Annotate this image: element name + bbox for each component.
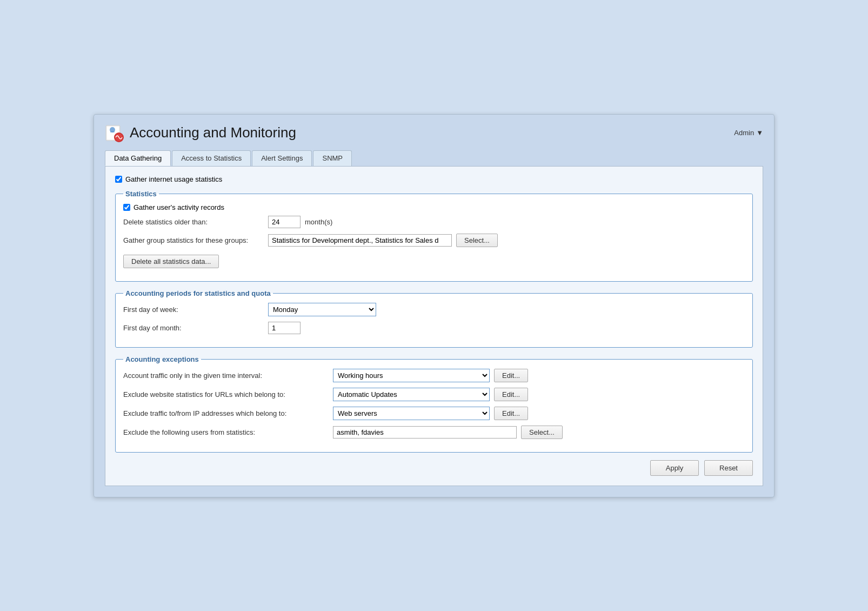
delete-stats-label: Delete statistics older than: bbox=[123, 218, 264, 226]
traffic-interval-select[interactable]: Working hours Always Never bbox=[333, 369, 490, 382]
delete-all-button[interactable]: Delete all statistics data... bbox=[123, 255, 219, 268]
reset-button[interactable]: Reset bbox=[704, 460, 753, 476]
gather-groups-row: Gather group statistics for these groups… bbox=[123, 234, 745, 247]
first-day-month-label: First day of month: bbox=[123, 324, 264, 332]
footer-row: Apply Reset bbox=[115, 460, 753, 476]
header-left: Accounting and Monitoring bbox=[105, 123, 296, 143]
accounting-exceptions-fieldset: Acounting exceptions Account traffic onl… bbox=[115, 355, 753, 453]
tab-alert-settings[interactable]: Alert Settings bbox=[252, 150, 312, 166]
exclude-ip-edit-button[interactable]: Edit... bbox=[494, 407, 528, 420]
delete-stats-unit: month(s) bbox=[305, 218, 332, 226]
tab-data-gathering[interactable]: Data Gathering bbox=[105, 150, 171, 166]
exclude-ip-row: Exclude traffic to/from IP addresses whi… bbox=[123, 407, 745, 420]
tabs-bar: Data Gathering Access to Statistics Aler… bbox=[105, 150, 763, 166]
exclude-urls-row: Exclude website statistics for URLs whic… bbox=[123, 388, 745, 401]
first-day-week-label: First day of week: bbox=[123, 306, 264, 314]
gather-groups-select-button[interactable]: Select... bbox=[456, 234, 498, 247]
statistics-fieldset: Statistics Gather user's activity record… bbox=[115, 190, 753, 282]
exclude-users-label: Exclude the following users from statist… bbox=[123, 428, 329, 436]
app-title: Accounting and Monitoring bbox=[130, 124, 296, 141]
exclude-urls-select[interactable]: Automatic Updates None bbox=[333, 388, 490, 401]
exclude-ip-label: Exclude traffic to/from IP addresses whi… bbox=[123, 409, 329, 417]
exclude-users-select-button[interactable]: Select... bbox=[521, 426, 563, 439]
exclude-ip-select[interactable]: Web servers None bbox=[333, 407, 490, 420]
header: Accounting and Monitoring Admin ▼ bbox=[105, 123, 763, 143]
gather-activity-label: Gather user's activity records bbox=[133, 203, 224, 211]
delete-stats-input[interactable] bbox=[268, 216, 301, 228]
traffic-interval-row: Account traffic only in the given time i… bbox=[123, 369, 745, 382]
dropdown-arrow-icon: ▼ bbox=[756, 129, 763, 137]
gather-groups-input[interactable] bbox=[268, 234, 452, 247]
first-day-month-input[interactable] bbox=[268, 322, 301, 334]
tab-snmp[interactable]: SNMP bbox=[313, 150, 352, 166]
main-content: Gather internet usage statistics Statist… bbox=[105, 166, 763, 486]
accounting-periods-fieldset: Accounting periods for statistics and qu… bbox=[115, 289, 753, 348]
tab-access-to-statistics[interactable]: Access to Statistics bbox=[172, 150, 251, 166]
app-icon bbox=[105, 123, 124, 143]
first-day-week-row: First day of week: Monday Tuesday Wednes… bbox=[123, 303, 745, 316]
accounting-periods-legend: Accounting periods for statistics and qu… bbox=[123, 289, 273, 297]
exclude-urls-edit-button[interactable]: Edit... bbox=[494, 388, 528, 401]
statistics-legend: Statistics bbox=[123, 190, 159, 198]
gather-internet-checkbox[interactable] bbox=[115, 176, 122, 183]
traffic-interval-label: Account traffic only in the given time i… bbox=[123, 371, 329, 380]
admin-dropdown[interactable]: Admin ▼ bbox=[734, 129, 763, 137]
apply-button[interactable]: Apply bbox=[650, 460, 699, 476]
gather-internet-label: Gather internet usage statistics bbox=[125, 175, 222, 183]
delete-all-row: Delete all statistics data... bbox=[123, 253, 745, 268]
accounting-exceptions-legend: Acounting exceptions bbox=[123, 355, 201, 363]
gather-activity-checkbox[interactable] bbox=[123, 204, 130, 211]
traffic-interval-edit-button[interactable]: Edit... bbox=[494, 369, 528, 382]
gather-groups-label: Gather group statistics for these groups… bbox=[123, 236, 264, 244]
main-container: Accounting and Monitoring Admin ▼ Data G… bbox=[94, 114, 774, 497]
admin-label: Admin bbox=[734, 129, 754, 137]
exclude-users-row: Exclude the following users from statist… bbox=[123, 426, 745, 439]
exclude-urls-label: Exclude website statistics for URLs whic… bbox=[123, 390, 329, 399]
gather-internet-row: Gather internet usage statistics bbox=[115, 175, 753, 183]
gather-activity-row: Gather user's activity records bbox=[123, 203, 745, 211]
delete-stats-row: Delete statistics older than: month(s) bbox=[123, 216, 745, 228]
first-day-week-select[interactable]: Monday Tuesday Wednesday Thursday Friday… bbox=[268, 303, 376, 316]
first-day-month-row: First day of month: bbox=[123, 322, 745, 334]
exclude-users-input[interactable] bbox=[333, 426, 517, 439]
